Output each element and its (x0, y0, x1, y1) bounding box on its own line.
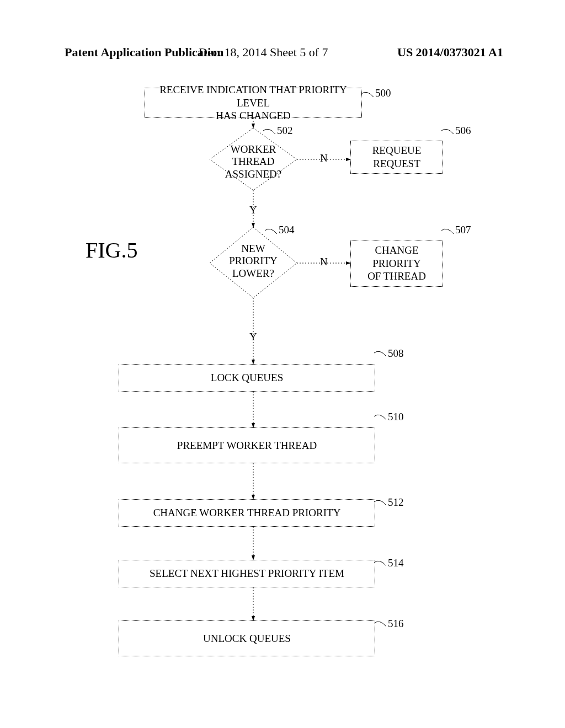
step-change-worker-priority: CHANGE WORKER THREAD PRIORITY (119, 499, 375, 527)
ref-512: 512 (388, 496, 404, 508)
step-text: CHANGE WORKER THREAD PRIORITY (153, 506, 341, 520)
decision-new-priority-lower: NEWPRIORITYLOWER? (217, 243, 289, 280)
step-text: LOCK QUEUES (211, 371, 283, 384)
step-requeue-request: REQUEUEREQUEST (350, 141, 443, 174)
ref-510: 510 (388, 411, 404, 423)
ref-506: 506 (455, 125, 471, 137)
step-receive-indication: RECEIVE INDICATION THAT PRIORITY LEVELHA… (145, 88, 362, 118)
step-text: UNLOCK QUEUES (203, 632, 291, 645)
ref-500: 500 (375, 87, 391, 99)
edge-yes-2: Y (249, 331, 257, 343)
ref-516: 516 (388, 618, 404, 630)
edge-no-1: N (320, 152, 328, 164)
edge-yes-1: Y (249, 204, 257, 216)
step-preempt-thread: PREEMPT WORKER THREAD (119, 427, 375, 463)
decision-worker-assigned: WORKERTHREADASSIGNED? (217, 143, 289, 180)
step-unlock-queues: UNLOCK QUEUES (119, 620, 375, 656)
step-text: REQUEUEREQUEST (372, 144, 422, 170)
step-change-priority-thread: CHANGEPRIORITYOF THREAD (350, 240, 443, 287)
step-lock-queues: LOCK QUEUES (119, 364, 375, 392)
edge-no-2: N (320, 256, 328, 268)
ref-502: 502 (277, 125, 293, 137)
step-select-next: SELECT NEXT HIGHEST PRIORITY ITEM (119, 560, 375, 587)
ref-514: 514 (388, 557, 404, 569)
step-text: RECEIVE INDICATION THAT PRIORITY LEVELHA… (148, 83, 358, 122)
step-text: PREEMPT WORKER THREAD (177, 439, 317, 452)
step-text: SELECT NEXT HIGHEST PRIORITY ITEM (150, 567, 344, 580)
step-text: CHANGEPRIORITYOF THREAD (367, 244, 426, 283)
ref-508: 508 (388, 347, 404, 360)
ref-504: 504 (279, 224, 295, 236)
ref-507: 507 (455, 224, 471, 236)
